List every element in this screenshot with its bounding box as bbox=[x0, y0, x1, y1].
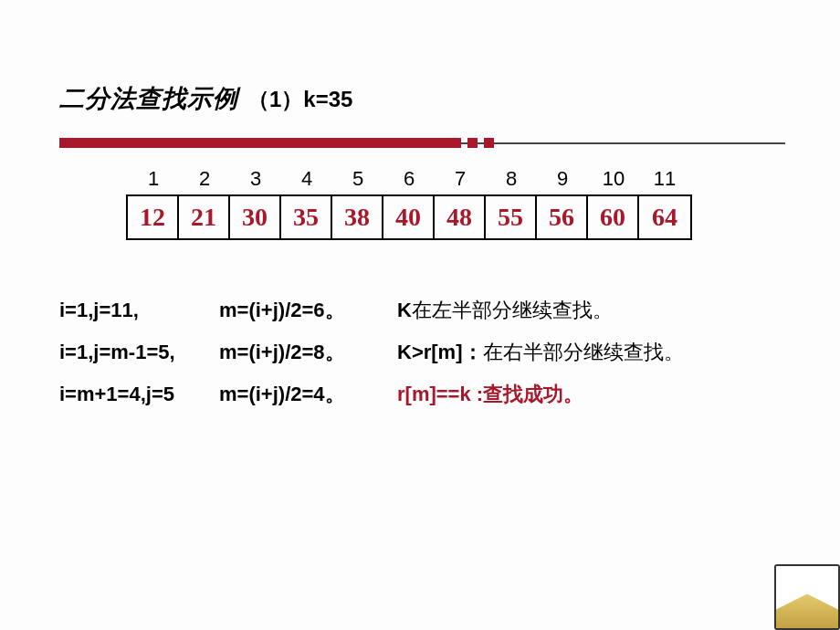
index-cell: 2 bbox=[179, 167, 230, 191]
index-cell: 4 bbox=[281, 167, 332, 191]
array-cell: 55 bbox=[486, 196, 537, 238]
index-cell: 11 bbox=[639, 167, 690, 191]
title-sub: （1）k=35 bbox=[247, 85, 352, 114]
corner-decoration bbox=[774, 564, 840, 630]
array-cell: 38 bbox=[332, 196, 383, 238]
step-right: K>r[m]：在右半部分继续查找。 bbox=[397, 339, 794, 366]
step-right: K在左半部分继续查找。 bbox=[397, 297, 794, 324]
array-cell: 21 bbox=[179, 196, 230, 238]
title-main: 二分法查找示例 bbox=[59, 82, 238, 115]
step-left: i=m+1=4,j=5 bbox=[59, 383, 219, 406]
array-cell: 48 bbox=[435, 196, 486, 238]
step-mid: m=(i+j)/2=6。 bbox=[219, 297, 397, 324]
index-cell: 8 bbox=[486, 167, 537, 191]
array-cell: 40 bbox=[383, 196, 435, 238]
index-cell: 10 bbox=[588, 167, 639, 191]
array-indices: 1234567891011 bbox=[128, 167, 794, 191]
step-condition: K在左半部分继续查找。 bbox=[397, 299, 613, 321]
step-description: 在左半部分继续查找。 bbox=[412, 299, 613, 321]
array-cell: 35 bbox=[281, 196, 332, 238]
array-cell: 56 bbox=[537, 196, 588, 238]
step-mid: m=(i+j)/2=4。 bbox=[219, 381, 397, 408]
index-cell: 1 bbox=[128, 167, 179, 191]
array-cell: 30 bbox=[230, 196, 281, 238]
step-right: r[m]==k :查找成功。 bbox=[397, 381, 794, 408]
index-cell: 3 bbox=[230, 167, 281, 191]
step-mid: m=(i+j)/2=8。 bbox=[219, 339, 397, 366]
index-cell: 7 bbox=[435, 167, 486, 191]
index-cell: 5 bbox=[332, 167, 383, 191]
step-left: i=1,j=m-1=5, bbox=[59, 341, 219, 364]
array-cell: 60 bbox=[588, 196, 639, 238]
step-description: 在右半部分继续查找。 bbox=[483, 341, 684, 363]
array-cell: 12 bbox=[128, 196, 179, 238]
step-row: i=1,j=11,m=(i+j)/2=6。K在左半部分继续查找。 bbox=[59, 297, 794, 324]
array-values: 1221303538404855566064 bbox=[126, 194, 692, 240]
slide-title: 二分法查找示例 （1）k=35 bbox=[59, 82, 794, 115]
step-condition: K>r[m]： bbox=[397, 341, 483, 363]
step-result-red: r[m]==k :查找成功。 bbox=[397, 383, 583, 405]
steps-container: i=1,j=11,m=(i+j)/2=6。K在左半部分继续查找。i=1,j=m-… bbox=[59, 297, 794, 408]
index-cell: 9 bbox=[537, 167, 588, 191]
step-row: i=m+1=4,j=5m=(i+j)/2=4。r[m]==k :查找成功。 bbox=[59, 381, 794, 408]
index-cell: 6 bbox=[383, 167, 435, 191]
step-left: i=1,j=11, bbox=[59, 299, 219, 322]
divider-decoration bbox=[59, 138, 794, 151]
step-row: i=1,j=m-1=5,m=(i+j)/2=8。K>r[m]：在右半部分继续查找… bbox=[59, 339, 794, 366]
array-cell: 64 bbox=[639, 196, 690, 238]
